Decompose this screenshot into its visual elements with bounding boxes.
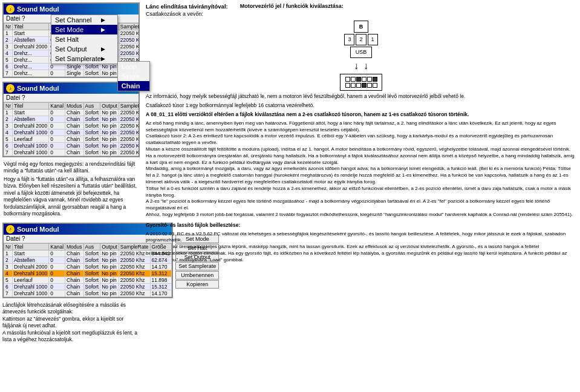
cn-1: 1 — [368, 34, 378, 45]
right-column: Lánc elindítása távirányítóval: Csatlako… — [142, 0, 580, 392]
down-arrows: ↓ ↓ — [354, 59, 368, 73]
arrow-icon: ▶ — [101, 17, 105, 23]
pin7 — [345, 83, 350, 88]
window1-container: ♪ Sound Modul Datei ? Nr Titel Kanal Mod… — [2, 2, 140, 78]
col-samplerate2: SampleRate — [119, 103, 138, 109]
speaker-icon3: ♪ — [6, 225, 15, 234]
receiver-row2 — [343, 83, 379, 88]
col-output2: Output — [100, 103, 119, 109]
table-row[interactable]: 3Drehzahl 20000ChainSofortNo pin22050 Kh… — [4, 123, 139, 129]
menu-set-output[interactable]: Set Output ▶ — [51, 44, 117, 54]
gyors-title: Gyorsító- és lassító fájlok beillesztése… — [146, 222, 576, 229]
window2-track-table: Nr Titel Kanal Modus Aus Output SampleRa… — [4, 102, 138, 156]
menu-set-mode[interactable]: Set Mode ▶ Loop Single Chain — [51, 25, 117, 34]
cn-usb: USB — [350, 47, 373, 58]
col-samplerate: SampleRate — [119, 24, 138, 30]
table-row[interactable]: 6Drehzahl 10000ChainSofortNo pin22050 Kh… — [4, 283, 172, 290]
table-row[interactable]: 1Start0ChainSofortNo pin22050 Khz344.842 — [4, 109, 139, 116]
arrow-icon4: ▶ — [101, 56, 105, 62]
window1-title: ♪ Sound Modul — [4, 4, 138, 15]
receiver-shape — [340, 74, 382, 91]
right-header: Lánc elindítása távirányítóval: Csatlako… — [146, 2, 576, 18]
window2-table-wrapper: Nr Titel Kanal Modus Aus Output SampleRa… — [4, 102, 138, 156]
connector-b-box: B — [354, 21, 369, 33]
submenu-set-mode: Loop Single Chain — [117, 61, 151, 91]
table-row[interactable]: 2Abstellen0ChainSofortNo pin22050 Khz62.… — [4, 116, 139, 123]
submenu-single[interactable]: Single — [118, 71, 150, 81]
left-connector: B 3 2 1 USB ↓ ↓ — [340, 21, 382, 91]
col-titel: Titel — [12, 24, 48, 30]
table-row[interactable]: 6Drehzahl 10000ChainSofortNo pin22050 Kh… — [4, 143, 139, 149]
window3-track-table: Nr Titel Kanal Modus Aus Output SampleRa… — [4, 243, 172, 297]
connector-numbers: 3 2 1 — [344, 34, 377, 45]
gyors-text: A 2010.02.03. RC és a V2.5.62 PC változa… — [146, 231, 576, 264]
col-kanal2: Kanal — [49, 103, 65, 109]
sub-title: Csatlakozások a vevőn: — [146, 10, 228, 18]
context-menu: Set Channel ▶ Set Mode ▶ Loop Single Cha… — [51, 15, 118, 64]
speaker-icon: ♪ — [6, 5, 15, 13]
info-text2: Csatlakozó túsor 1:egy botkormánnyal leg… — [146, 102, 576, 109]
diagrams: B 3 2 1 USB ↓ ↓ — [340, 21, 382, 91]
down-arrow-2: ↓ — [363, 59, 368, 73]
middle-text-block: Végül még egy fontos megjegyzés: a rends… — [2, 161, 140, 219]
col-nr2: Nr — [4, 103, 13, 109]
table-row[interactable]: 5Leerlauf0ChainSofortNo pin22050 Khz11.8… — [4, 276, 172, 283]
pin9 — [356, 83, 361, 88]
window3-table-wrapper: Nr Titel Kanal Modus Aus Output SampleRa… — [4, 243, 172, 297]
submenu-chain[interactable]: Chain — [118, 81, 150, 91]
pin10 — [362, 83, 367, 88]
pin11 — [367, 83, 372, 88]
table-row[interactable]: 4Drehzahl 10000ChainSofortNo pin22050 Kh… — [4, 270, 172, 276]
cn-2: 2 — [356, 34, 366, 45]
submenu-loop[interactable]: Loop — [118, 62, 150, 71]
window2-menu-bar[interactable]: Datei ? — [4, 94, 138, 102]
section2-title: A 08_01_11 előtti verzióktól eltérően a … — [146, 111, 576, 119]
pin3 — [356, 77, 361, 82]
bottom-text-block: Láncfájlok létrehozásának elősegítésére … — [2, 302, 140, 344]
pin4 — [362, 77, 367, 82]
table-row[interactable]: 7Drehzahl 10000ChainSofortNo pin22050 Kh… — [4, 149, 139, 156]
col-modus2: Modus — [65, 103, 84, 109]
speaker-icon2: ♪ — [6, 84, 15, 93]
table-row[interactable]: 7Drehzahl 10000ChainSofortNo pin22050 Kh… — [4, 290, 172, 296]
left-header-text: Lánc elindítása távirányítóval: Csatlako… — [146, 2, 228, 18]
info-text1: Az információ, hogy melyik sebességfájl … — [146, 93, 576, 100]
main-text: Az első hang mindig a lánc, amennyiben i… — [146, 120, 576, 220]
pin2 — [351, 77, 356, 82]
connector-diagram-area: B 3 2 1 USB ↓ ↓ — [146, 21, 576, 91]
table-row[interactable]: 1Start0ChainSofortNo pin22050 Khz344.842 — [4, 250, 172, 256]
table-row[interactable]: 3Drehzahl 20000ChainSofortNo pin22050 Kh… — [4, 263, 172, 270]
table-row[interactable]: 4Drehzahl 10000ChainSofortNo pin22050 Kh… — [4, 129, 139, 136]
pin1 — [345, 77, 350, 82]
pin8 — [351, 83, 356, 88]
section-title: Lánc elindítása távirányítóval: — [146, 2, 228, 10]
down-arrow-1: ↓ — [354, 59, 359, 73]
pin5 — [367, 77, 372, 82]
arrow-icon3: ▶ — [101, 46, 105, 52]
pin12 — [373, 83, 377, 88]
motor-title: Motorvezérlő jel / funkciók kiválasztása… — [240, 2, 344, 18]
col-titel2: Titel — [12, 103, 48, 109]
sound-modul-window2: ♪ Sound Modul Datei ? Nr Titel Kanal Mod… — [2, 82, 140, 157]
cn-3: 3 — [344, 34, 354, 45]
table-row[interactable]: 2Abstellen0ChainSofortNo pin22050 Khz62.… — [4, 256, 172, 263]
menu-set-halt[interactable]: Set Halt — [51, 34, 117, 44]
left-column: ♪ Sound Modul Datei ? Nr Titel Kanal Mod… — [0, 0, 142, 392]
connector-usb: USB — [350, 47, 373, 58]
col-aus2: Aus — [83, 103, 100, 109]
arrow-icon2: ▶ — [101, 27, 105, 33]
menu-set-samplerate[interactable]: Set Samplerate ▶ — [51, 54, 117, 64]
window3-row: ♪ Sound Modul Datei ? Nr Titel Kanal Mod… — [2, 223, 140, 298]
col-nr: Nr — [4, 24, 13, 30]
table-row[interactable]: 5Leerlauf0ChainSofortNo pin22050 Khz11.8… — [4, 136, 139, 143]
menu-set-channel[interactable]: Set Channel ▶ — [51, 15, 117, 25]
pin6 — [373, 77, 377, 82]
receiver-pins — [343, 77, 379, 82]
